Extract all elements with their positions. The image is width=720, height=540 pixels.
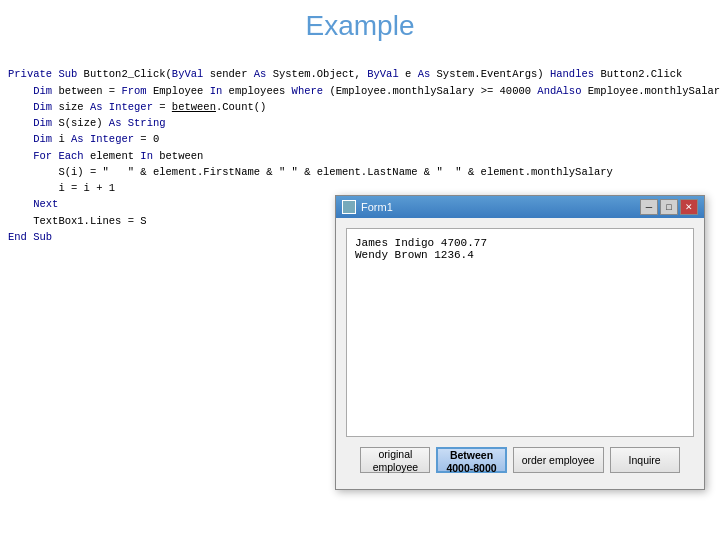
minimize-button[interactable]: ─ — [640, 199, 658, 215]
between-button[interactable]: Between 4000-8000 — [436, 447, 506, 473]
titlebar: Form1 ─ □ ✕ — [336, 196, 704, 218]
order-employee-button[interactable]: order employee — [513, 447, 604, 473]
textbox-output[interactable]: James Indigo 4700.77 Wendy Brown 1236.4 — [346, 228, 694, 437]
button-row: original employee Between 4000-8000 orde… — [346, 447, 694, 479]
dialog-content: James Indigo 4700.77 Wendy Brown 1236.4 … — [336, 218, 704, 489]
close-button[interactable]: ✕ — [680, 199, 698, 215]
page-title: Example — [0, 0, 720, 50]
win-dialog: Form1 ─ □ ✕ James Indigo 4700.77 Wendy B… — [335, 195, 705, 490]
titlebar-title: Form1 — [361, 201, 640, 213]
maximize-button[interactable]: □ — [660, 199, 678, 215]
window-controls: ─ □ ✕ — [640, 199, 698, 215]
textbox-line-2: Wendy Brown 1236.4 — [355, 249, 685, 261]
original-employee-button[interactable]: original employee — [360, 447, 430, 473]
textbox-line-1: James Indigo 4700.77 — [355, 237, 685, 249]
titlebar-icon — [342, 200, 356, 214]
inquire-button[interactable]: Inquire — [610, 447, 680, 473]
